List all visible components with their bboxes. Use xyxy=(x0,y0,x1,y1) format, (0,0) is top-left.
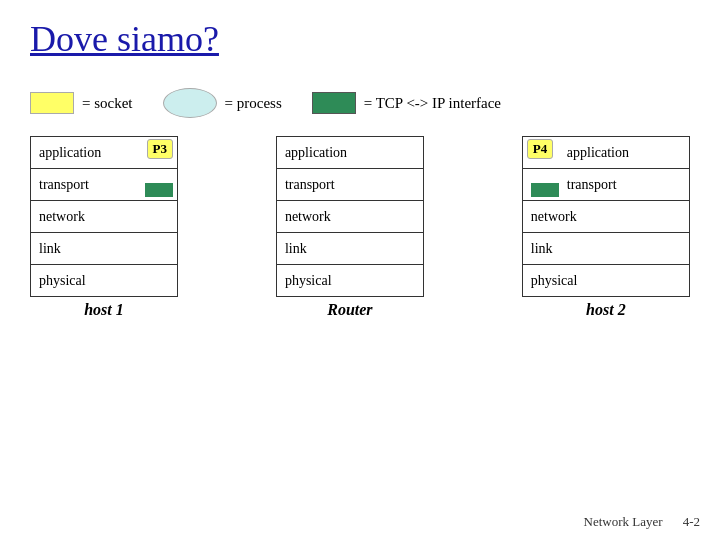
host1-block: application P3 transport network link xyxy=(30,136,178,319)
router-link-row: link xyxy=(276,233,423,265)
router-stack: application transport network link xyxy=(276,136,424,297)
host2-label: host 2 xyxy=(586,301,626,319)
tcp-legend: = TCP <-> IP interface xyxy=(312,92,501,114)
host2-physical-label: physical xyxy=(531,273,578,288)
page-title: Dove siamo? xyxy=(0,0,720,60)
tcp-label: = TCP <-> IP interface xyxy=(364,95,501,112)
router-link-label: link xyxy=(285,241,307,256)
host2-network-label: network xyxy=(531,209,577,224)
host2-link-row: link xyxy=(522,233,689,265)
host2-stack: P4 application transport network link xyxy=(522,136,690,297)
host2-p4-badge: P4 xyxy=(527,139,553,159)
socket-icon xyxy=(30,92,74,114)
host2-tcp-indicator xyxy=(531,183,559,197)
socket-legend: = socket xyxy=(30,92,133,114)
router-application-row: application xyxy=(276,137,423,169)
legend: = socket = process = TCP <-> IP interfac… xyxy=(0,60,720,136)
host1-stack: application P3 transport network link xyxy=(30,136,178,297)
router-label: Router xyxy=(327,301,372,319)
host2-transport-row: transport xyxy=(522,169,689,201)
router-physical-label: physical xyxy=(285,273,332,288)
host1-physical-label: physical xyxy=(39,273,86,288)
process-icon xyxy=(163,88,217,118)
process-legend: = process xyxy=(163,88,282,118)
host1-p3-badge: P3 xyxy=(147,139,173,159)
host2-application-row: P4 application xyxy=(522,137,689,169)
host1-application-label: application xyxy=(39,145,101,160)
router-application-label: application xyxy=(285,145,347,160)
host1-link-row: link xyxy=(31,233,178,265)
host1-application-row: application P3 xyxy=(31,137,178,169)
router-physical-row: physical xyxy=(276,265,423,297)
process-label: = process xyxy=(225,95,282,112)
footnote-text: Network Layer xyxy=(584,514,663,530)
host2-physical-row: physical xyxy=(522,265,689,297)
host1-transport-label: transport xyxy=(39,177,89,192)
host1-tcp-indicator xyxy=(145,183,173,197)
footnote-page: 4-2 xyxy=(683,514,700,530)
host1-network-label: network xyxy=(39,209,85,224)
host2-application-label: application xyxy=(567,145,629,160)
footnote: Network Layer 4-2 xyxy=(584,514,700,530)
router-transport-row: transport xyxy=(276,169,423,201)
host2-transport-label: transport xyxy=(567,177,617,192)
host1-network-row: network xyxy=(31,201,178,233)
main-content: application P3 transport network link xyxy=(0,136,720,319)
socket-label: = socket xyxy=(82,95,133,112)
host2-link-label: link xyxy=(531,241,553,256)
router-transport-label: transport xyxy=(285,177,335,192)
host1-transport-row: transport xyxy=(31,169,178,201)
tcp-icon xyxy=(312,92,356,114)
host2-block: P4 application transport network link xyxy=(522,136,690,319)
router-network-row: network xyxy=(276,201,423,233)
host1-link-label: link xyxy=(39,241,61,256)
host2-network-row: network xyxy=(522,201,689,233)
router-block: application transport network link xyxy=(276,136,424,319)
host1-physical-row: physical xyxy=(31,265,178,297)
router-network-label: network xyxy=(285,209,331,224)
host1-label: host 1 xyxy=(84,301,124,319)
